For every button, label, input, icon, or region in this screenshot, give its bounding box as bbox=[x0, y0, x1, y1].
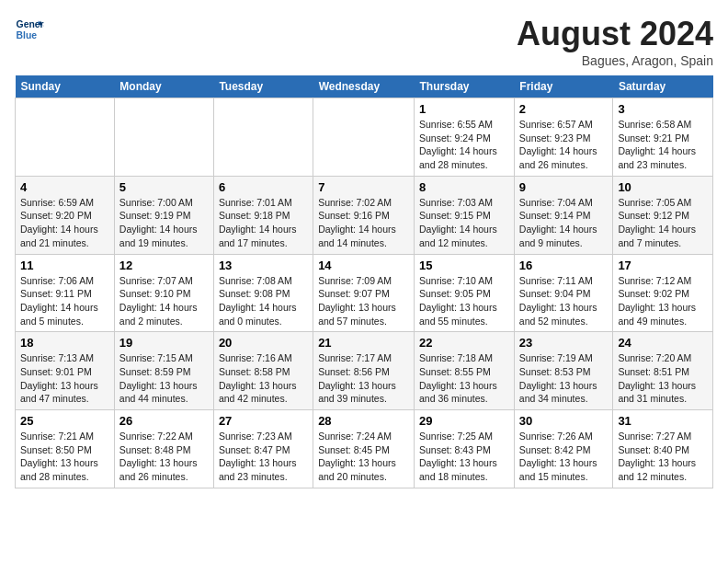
day-info: Sunrise: 7:22 AM Sunset: 8:48 PM Dayligh… bbox=[119, 430, 209, 484]
day-info: Sunrise: 7:15 AM Sunset: 8:59 PM Dayligh… bbox=[119, 351, 209, 406]
day-info: Sunrise: 7:06 AM Sunset: 9:11 PM Dayligh… bbox=[20, 274, 109, 328]
day-number: 19 bbox=[119, 336, 209, 350]
day-number: 14 bbox=[318, 259, 409, 272]
day-info: Sunrise: 7:12 AM Sunset: 9:02 PM Dayligh… bbox=[618, 274, 708, 328]
day-info: Sunrise: 7:25 AM Sunset: 8:43 PM Dayligh… bbox=[419, 430, 509, 484]
day-number: 23 bbox=[519, 336, 609, 350]
day-info: Sunrise: 7:24 AM Sunset: 8:45 PM Dayligh… bbox=[318, 430, 409, 484]
day-cell bbox=[313, 98, 415, 177]
day-cell: 21Sunrise: 7:17 AM Sunset: 8:56 PM Dayli… bbox=[313, 332, 415, 410]
day-cell: 5Sunrise: 7:00 AM Sunset: 9:19 PM Daylig… bbox=[114, 176, 213, 254]
day-cell: 3Sunrise: 6:58 AM Sunset: 9:21 PM Daylig… bbox=[613, 98, 713, 177]
day-number: 4 bbox=[20, 180, 109, 194]
logo: General Blue bbox=[15, 15, 44, 44]
day-cell: 17Sunrise: 7:12 AM Sunset: 9:02 PM Dayli… bbox=[613, 254, 713, 332]
day-cell: 16Sunrise: 7:11 AM Sunset: 9:04 PM Dayli… bbox=[514, 254, 613, 332]
day-info: Sunrise: 6:58 AM Sunset: 9:21 PM Dayligh… bbox=[618, 118, 708, 172]
day-cell bbox=[114, 98, 213, 177]
logo-icon: General Blue bbox=[15, 15, 44, 44]
calendar-table: SundayMondayTuesdayWednesdayThursdayFrid… bbox=[15, 75, 713, 488]
day-info: Sunrise: 7:18 AM Sunset: 8:55 PM Dayligh… bbox=[419, 351, 509, 406]
day-info: Sunrise: 7:23 AM Sunset: 8:47 PM Dayligh… bbox=[219, 430, 308, 484]
day-cell: 22Sunrise: 7:18 AM Sunset: 8:55 PM Dayli… bbox=[415, 332, 515, 410]
week-row-3: 11Sunrise: 7:06 AM Sunset: 9:11 PM Dayli… bbox=[16, 254, 713, 332]
weekday-header-monday: Monday bbox=[114, 75, 213, 98]
day-info: Sunrise: 7:21 AM Sunset: 8:50 PM Dayligh… bbox=[20, 430, 109, 484]
day-number: 15 bbox=[419, 259, 509, 272]
day-number: 25 bbox=[20, 414, 109, 428]
weekday-header-tuesday: Tuesday bbox=[213, 75, 313, 98]
day-cell bbox=[16, 98, 115, 177]
week-row-4: 18Sunrise: 7:13 AM Sunset: 9:01 PM Dayli… bbox=[16, 332, 713, 410]
day-info: Sunrise: 7:05 AM Sunset: 9:12 PM Dayligh… bbox=[618, 196, 708, 250]
day-number: 7 bbox=[318, 180, 409, 194]
day-cell: 27Sunrise: 7:23 AM Sunset: 8:47 PM Dayli… bbox=[213, 410, 313, 488]
weekday-header-wednesday: Wednesday bbox=[313, 75, 415, 98]
day-cell: 8Sunrise: 7:03 AM Sunset: 9:15 PM Daylig… bbox=[415, 176, 515, 254]
day-info: Sunrise: 7:07 AM Sunset: 9:10 PM Dayligh… bbox=[119, 274, 209, 328]
day-cell: 1Sunrise: 6:55 AM Sunset: 9:24 PM Daylig… bbox=[415, 98, 515, 177]
day-number: 24 bbox=[618, 336, 708, 350]
day-cell: 10Sunrise: 7:05 AM Sunset: 9:12 PM Dayli… bbox=[613, 176, 713, 254]
day-cell: 26Sunrise: 7:22 AM Sunset: 8:48 PM Dayli… bbox=[114, 410, 213, 488]
weekday-header-thursday: Thursday bbox=[415, 75, 515, 98]
day-number: 13 bbox=[219, 259, 308, 272]
day-cell: 7Sunrise: 7:02 AM Sunset: 9:16 PM Daylig… bbox=[313, 176, 415, 254]
day-cell: 29Sunrise: 7:25 AM Sunset: 8:43 PM Dayli… bbox=[415, 410, 515, 488]
day-cell: 24Sunrise: 7:20 AM Sunset: 8:51 PM Dayli… bbox=[613, 332, 713, 410]
day-info: Sunrise: 7:19 AM Sunset: 8:53 PM Dayligh… bbox=[519, 351, 609, 406]
location-subtitle: Bagues, Aragon, Spain bbox=[517, 53, 713, 68]
day-cell: 13Sunrise: 7:08 AM Sunset: 9:08 PM Dayli… bbox=[213, 254, 313, 332]
day-cell: 15Sunrise: 7:10 AM Sunset: 9:05 PM Dayli… bbox=[415, 254, 515, 332]
day-cell: 28Sunrise: 7:24 AM Sunset: 8:45 PM Dayli… bbox=[313, 410, 415, 488]
day-number: 1 bbox=[419, 102, 509, 116]
day-number: 30 bbox=[519, 414, 609, 428]
day-info: Sunrise: 7:01 AM Sunset: 9:18 PM Dayligh… bbox=[219, 196, 308, 250]
day-number: 9 bbox=[519, 180, 609, 194]
day-cell: 31Sunrise: 7:27 AM Sunset: 8:40 PM Dayli… bbox=[613, 410, 713, 488]
day-number: 6 bbox=[219, 180, 308, 194]
day-info: Sunrise: 7:13 AM Sunset: 9:01 PM Dayligh… bbox=[20, 351, 109, 406]
week-row-2: 4Sunrise: 6:59 AM Sunset: 9:20 PM Daylig… bbox=[16, 176, 713, 254]
day-cell bbox=[213, 98, 313, 177]
weekday-header-row: SundayMondayTuesdayWednesdayThursdayFrid… bbox=[16, 75, 713, 98]
day-cell: 9Sunrise: 7:04 AM Sunset: 9:14 PM Daylig… bbox=[514, 176, 613, 254]
page-header: General Blue August 2024 Bagues, Aragon,… bbox=[15, 15, 713, 68]
day-number: 2 bbox=[519, 102, 609, 116]
weekday-header-friday: Friday bbox=[514, 75, 613, 98]
day-info: Sunrise: 7:20 AM Sunset: 8:51 PM Dayligh… bbox=[618, 351, 708, 406]
day-number: 5 bbox=[119, 180, 209, 194]
day-cell: 25Sunrise: 7:21 AM Sunset: 8:50 PM Dayli… bbox=[16, 410, 115, 488]
day-number: 27 bbox=[219, 414, 308, 428]
day-number: 22 bbox=[419, 336, 509, 350]
day-cell: 23Sunrise: 7:19 AM Sunset: 8:53 PM Dayli… bbox=[514, 332, 613, 410]
day-info: Sunrise: 7:04 AM Sunset: 9:14 PM Dayligh… bbox=[519, 196, 609, 250]
day-cell: 20Sunrise: 7:16 AM Sunset: 8:58 PM Dayli… bbox=[213, 332, 313, 410]
day-number: 20 bbox=[219, 336, 308, 350]
day-info: Sunrise: 7:27 AM Sunset: 8:40 PM Dayligh… bbox=[618, 430, 708, 484]
day-cell: 30Sunrise: 7:26 AM Sunset: 8:42 PM Dayli… bbox=[514, 410, 613, 488]
day-info: Sunrise: 7:03 AM Sunset: 9:15 PM Dayligh… bbox=[419, 196, 509, 250]
day-cell: 19Sunrise: 7:15 AM Sunset: 8:59 PM Dayli… bbox=[114, 332, 213, 410]
title-block: August 2024 Bagues, Aragon, Spain bbox=[517, 15, 713, 68]
day-number: 26 bbox=[119, 414, 209, 428]
day-number: 18 bbox=[20, 336, 109, 350]
day-cell: 14Sunrise: 7:09 AM Sunset: 9:07 PM Dayli… bbox=[313, 254, 415, 332]
day-number: 8 bbox=[419, 180, 509, 194]
day-info: Sunrise: 6:59 AM Sunset: 9:20 PM Dayligh… bbox=[20, 196, 109, 250]
day-info: Sunrise: 6:55 AM Sunset: 9:24 PM Dayligh… bbox=[419, 118, 509, 172]
day-info: Sunrise: 7:00 AM Sunset: 9:19 PM Dayligh… bbox=[119, 196, 209, 250]
day-info: Sunrise: 6:57 AM Sunset: 9:23 PM Dayligh… bbox=[519, 118, 609, 172]
day-number: 31 bbox=[618, 414, 708, 428]
day-number: 12 bbox=[119, 259, 209, 272]
day-number: 28 bbox=[318, 414, 409, 428]
day-cell: 12Sunrise: 7:07 AM Sunset: 9:10 PM Dayli… bbox=[114, 254, 213, 332]
day-info: Sunrise: 7:11 AM Sunset: 9:04 PM Dayligh… bbox=[519, 274, 609, 328]
day-cell: 4Sunrise: 6:59 AM Sunset: 9:20 PM Daylig… bbox=[16, 176, 115, 254]
day-cell: 6Sunrise: 7:01 AM Sunset: 9:18 PM Daylig… bbox=[213, 176, 313, 254]
day-info: Sunrise: 7:16 AM Sunset: 8:58 PM Dayligh… bbox=[219, 351, 308, 406]
day-number: 21 bbox=[318, 336, 409, 350]
day-number: 11 bbox=[20, 259, 109, 272]
day-cell: 18Sunrise: 7:13 AM Sunset: 9:01 PM Dayli… bbox=[16, 332, 115, 410]
month-title: August 2024 bbox=[517, 15, 713, 53]
